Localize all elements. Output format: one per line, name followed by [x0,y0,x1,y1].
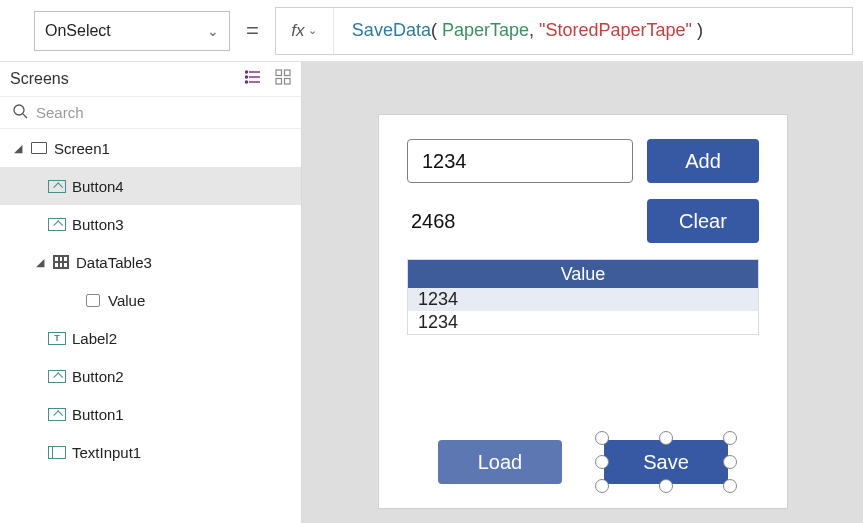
data-table[interactable]: Value 1234 1234 [407,259,759,335]
resize-handle-icon[interactable] [595,431,609,445]
chevron-down-icon: ⌄ [308,24,317,37]
tree-node-label: Value [108,292,301,309]
table-row[interactable]: 1234 [408,288,758,311]
datatable-icon [52,255,70,269]
add-button-label: Add [685,150,721,173]
resize-handle-icon[interactable] [659,431,673,445]
caret-down-icon[interactable]: ◢ [34,256,46,269]
load-button-label: Load [478,451,523,474]
grid-view-icon[interactable] [275,69,291,89]
resize-handle-icon[interactable] [723,431,737,445]
tree-node-button3[interactable]: Button3 [0,205,301,243]
tree-node-label2[interactable]: T Label2 [0,319,301,357]
main-split: Screens ◢ Screen1 [0,62,863,523]
number-input[interactable]: 1234 [407,139,633,183]
formula-text[interactable]: SaveData( PaperTape, "StoredPaperTape" ) [334,20,852,41]
tree-node-label: Button4 [72,178,301,195]
property-selector[interactable]: OnSelect ⌄ [34,11,230,51]
button-icon [48,218,66,231]
tree-node-button4[interactable]: Button4 [0,167,301,205]
label-icon: T [48,332,66,345]
add-button[interactable]: Add [647,139,759,183]
tree-node-label: Button2 [72,368,301,385]
svg-point-4 [246,76,248,78]
app-screen: 1234 Add 2468 Clear Value 1234 [378,114,788,509]
formula-bar[interactable]: fx⌄ SaveData( PaperTape, "StoredPaperTap… [275,7,853,55]
svg-rect-7 [285,70,291,76]
tree-node-datatable3[interactable]: ◢ DataTable3 [0,243,301,281]
table-row[interactable]: 1234 [408,311,758,334]
tree-node-label: Button1 [72,406,301,423]
tree-list-icon[interactable] [245,69,261,89]
resize-handle-icon[interactable] [595,455,609,469]
tree-search-row[interactable] [0,96,301,129]
sum-label: 2468 [407,210,633,233]
save-button[interactable]: Save [604,440,728,484]
button-icon [48,180,66,193]
column-icon [84,294,102,307]
tree-node-label: Label2 [72,330,301,347]
load-button[interactable]: Load [438,440,562,484]
tree-view: ◢ Screen1 Button4 Button3 ◢ DataTable3 V… [0,129,301,471]
textinput-icon [48,446,66,459]
tree-node-label: Button3 [72,216,301,233]
tree-search-input[interactable] [36,104,289,121]
screen-icon [30,142,48,154]
button-icon [48,370,66,383]
save-button-label: Save [643,451,689,474]
svg-rect-6 [276,70,282,76]
formula-bar-row: OnSelect ⌄ = fx⌄ SaveData( PaperTape, "S… [0,0,863,62]
tree-node-value-column[interactable]: Value [0,281,301,319]
tree-node-button2[interactable]: Button2 [0,357,301,395]
number-input-value: 1234 [422,150,467,173]
tree-node-label: TextInput1 [72,444,301,461]
equals-sign: = [242,18,263,44]
resize-handle-icon[interactable] [723,455,737,469]
tree-view-panel: Screens ◢ Screen1 [0,62,302,523]
resize-handle-icon[interactable] [595,479,609,493]
footer-buttons: Load Save [379,440,787,484]
clear-button-label: Clear [679,210,727,233]
svg-point-3 [246,71,248,73]
data-table-header[interactable]: Value [408,260,758,288]
tree-view-header: Screens [0,62,301,96]
resize-handle-icon[interactable] [659,479,673,493]
design-canvas[interactable]: 1234 Add 2468 Clear Value 1234 [302,62,863,523]
svg-rect-8 [276,79,282,85]
tree-node-screen1[interactable]: ◢ Screen1 [0,129,301,167]
tree-node-button1[interactable]: Button1 [0,395,301,433]
tree-view-title: Screens [10,70,69,88]
resize-handle-icon[interactable] [723,479,737,493]
clear-button[interactable]: Clear [647,199,759,243]
svg-rect-9 [285,79,291,85]
search-icon [12,103,28,122]
svg-point-5 [246,81,248,83]
button-icon [48,408,66,421]
fx-icon[interactable]: fx⌄ [276,8,334,54]
svg-point-10 [14,105,24,115]
chevron-down-icon: ⌄ [207,23,219,39]
tree-node-label: DataTable3 [76,254,301,271]
tree-node-label: Screen1 [54,140,301,157]
svg-line-11 [23,114,27,118]
property-selector-label: OnSelect [45,22,111,40]
caret-down-icon[interactable]: ◢ [12,142,24,155]
tree-node-textinput1[interactable]: TextInput1 [0,433,301,471]
